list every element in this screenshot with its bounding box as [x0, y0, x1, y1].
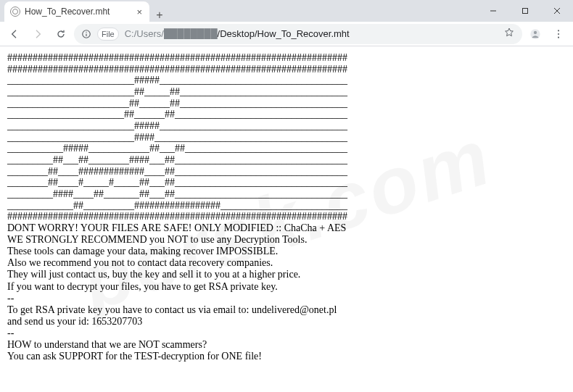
toolbar: File C:/Users/████████/Desktop/How_To_Re… [0, 22, 573, 46]
bookmark-button[interactable] [503, 27, 515, 41]
text-line: -- [7, 328, 566, 339]
text-line: WE STRONGLY RECOMMEND you NOT to use any… [7, 234, 566, 246]
maximize-button[interactable] [509, 0, 541, 22]
reload-button[interactable] [51, 24, 71, 44]
window-controls [477, 0, 573, 22]
ransom-text: DONT WORRY! YOUR FILES ARE SAFE! ONLY MO… [7, 222, 566, 362]
info-icon [81, 29, 91, 39]
text-line: You can ask SUPPORT for the TEST-decrypt… [7, 351, 566, 362]
svg-point-9 [558, 30, 559, 31]
globe-icon [10, 7, 20, 17]
close-icon [553, 7, 561, 14]
new-tab-button[interactable]: + [149, 9, 170, 22]
svg-point-10 [558, 33, 559, 34]
svg-point-11 [558, 36, 559, 38]
ascii-art: ########################################… [7, 52, 566, 222]
page-content: pcrsk.com ##############################… [0, 46, 573, 392]
menu-button[interactable] [548, 24, 569, 44]
forward-button[interactable] [28, 24, 48, 44]
text-line: HOW to understand that we are NOT scamme… [7, 339, 566, 351]
text-line: and send us your id: 1653207703 [7, 316, 566, 328]
url-path: C:/Users/████████/Desktop/How_To_Recover… [125, 28, 350, 39]
tab-strip: How_To_Recover.mht × + [0, 0, 477, 22]
arrow-right-icon [32, 28, 44, 40]
text-line: To get RSA private key you have to conta… [7, 304, 566, 316]
text-line: Also we recommend you not to contact dat… [7, 257, 566, 269]
reload-icon [55, 28, 67, 40]
profile-button[interactable] [525, 24, 545, 44]
avatar-icon [529, 28, 541, 40]
close-tab-icon[interactable]: × [135, 7, 144, 17]
star-icon [503, 27, 515, 38]
arrow-left-icon [9, 28, 20, 40]
maximize-icon [522, 7, 529, 14]
svg-point-6 [86, 31, 86, 32]
text-line: DONT WORRY! YOUR FILES ARE SAFE! ONLY MO… [7, 222, 566, 234]
tab-title: How_To_Recover.mht [25, 7, 131, 17]
text-line: -- [7, 293, 566, 304]
minimize-button[interactable] [477, 0, 509, 22]
text-line: If you want to decrypt your files, you h… [7, 281, 566, 293]
file-chip: File [97, 28, 119, 41]
svg-point-8 [534, 30, 537, 33]
kebab-icon [553, 28, 564, 40]
title-bar: How_To_Recover.mht × + [0, 0, 573, 22]
text-line: These tools can damage your data, making… [7, 246, 566, 257]
close-window-button[interactable] [541, 0, 573, 22]
plus-icon: + [156, 9, 162, 22]
back-button[interactable] [4, 24, 25, 44]
address-bar[interactable]: File C:/Users/████████/Desktop/How_To_Re… [74, 24, 522, 44]
text-line: They will just contact us, buy the key a… [7, 269, 566, 280]
svg-rect-1 [523, 9, 528, 14]
minimize-icon [490, 7, 497, 14]
browser-tab[interactable]: How_To_Recover.mht × [4, 1, 149, 22]
